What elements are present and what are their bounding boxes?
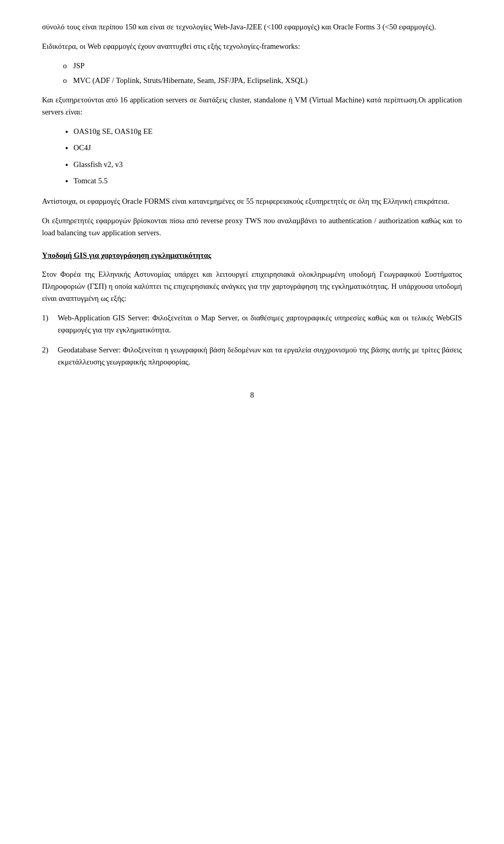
numbered-item-1-text: Geodatabase Server: Φιλοξενείται η γεωγρ… (58, 346, 462, 366)
numbered-list: 1) Web-Application GIS Server: Φιλοξενεί… (42, 312, 462, 368)
o-symbol-2: o (63, 75, 67, 87)
paragraph-5: Στον Φορέα της Ελληνικής Αστυνομίας υπάρ… (42, 268, 462, 305)
bullet-item-1: OC4J (74, 142, 462, 154)
paragraph-1: σύνολό τους είναι περίπου 150 και είναι … (42, 21, 462, 33)
bullet-item-2: Glassfish v2, v3 (74, 159, 462, 171)
page-number: 8 (42, 389, 462, 401)
bullet-item-0: OAS10g SE, OAS10g EE (74, 126, 462, 138)
paragraph-2-cont: Και εξυπηρετούνται από 16 application se… (42, 94, 462, 118)
paragraph-2-intro: Ειδικότερα, οι Web εφαρμογές έχουν αναπτ… (42, 40, 462, 53)
o-symbol-1: o (63, 60, 67, 72)
num-1: 2) (42, 344, 48, 356)
indent-block-jsp: o JSP o MVC (ADF / Toplink, Struts/Hiber… (63, 60, 462, 86)
bullet-list: OAS10g SE, OAS10g EE OC4J Glassfish v2, … (74, 126, 462, 187)
paragraph-2-cont-text: Και εξυπηρετούνται από 16 application se… (42, 96, 462, 116)
o-line-1: o JSP (63, 60, 462, 72)
o-line-2: o MVC (ADF / Toplink, Struts/Hibernate, … (63, 75, 462, 87)
numbered-item-0: 1) Web-Application GIS Server: Φιλοξενεί… (42, 312, 462, 336)
bullet-item-3: Tomcat 5.5 (74, 175, 462, 187)
numbered-item-1: 2) Geodatabase Server: Φιλοξενείται η γε… (42, 344, 462, 368)
paragraph-3: Αντίστοιχα, οι εφαρμογές Oracle FORMS εί… (42, 195, 462, 207)
o-text-2: MVC (ADF / Toplink, Struts/Hibernate, Se… (73, 75, 308, 87)
o-text-1: JSP (73, 60, 85, 72)
numbered-item-0-text: Web-Application GIS Server: Φιλοξενείται… (58, 314, 462, 334)
page-content: σύνολό τους είναι περίπου 150 και είναι … (42, 21, 462, 401)
num-0: 1) (42, 312, 48, 324)
paragraph-4: Οι εξυπηρετητές εφαρμογών βρίσκονται πίσ… (42, 215, 462, 239)
section-heading-gis: Υποδομή GIS για χαρτογράφηση εγκληματικό… (42, 249, 462, 262)
